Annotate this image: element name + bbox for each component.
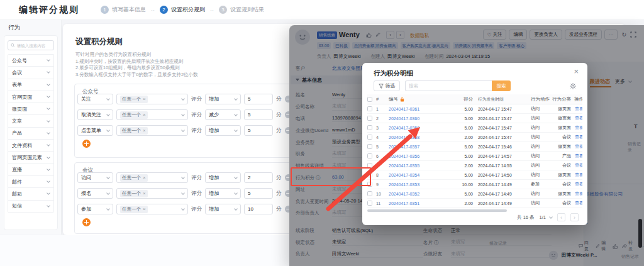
sidebar-category-item[interactable]: 产品 bbox=[8, 128, 53, 140]
action-select[interactable]: 访问 bbox=[77, 172, 113, 183]
target-select[interactable]: 任意一个× bbox=[116, 188, 188, 199]
remove-tag-icon[interactable]: × bbox=[143, 112, 146, 118]
action-select[interactable]: 报名 bbox=[77, 188, 113, 199]
record-id-link[interactable]: 20240417-0354 bbox=[389, 173, 419, 177]
row-checkbox[interactable] bbox=[367, 106, 372, 111]
record-id-link[interactable]: 20240417-0353 bbox=[389, 182, 419, 187]
record-id-link[interactable]: 20240417-0361 bbox=[389, 107, 419, 111]
score-input[interactable]: 5 bbox=[244, 94, 273, 104]
row-checkbox[interactable] bbox=[367, 172, 372, 177]
remove-tag-icon[interactable]: × bbox=[143, 96, 146, 102]
category-label: 官网页面元素 bbox=[12, 154, 42, 161]
close-icon[interactable]: × bbox=[574, 67, 579, 76]
view-link[interactable]: 查看 bbox=[572, 115, 582, 121]
sidebar-category-item[interactable]: 官网页面 bbox=[8, 91, 53, 103]
remove-tag-icon[interactable]: × bbox=[143, 191, 146, 196]
search-button[interactable]: 搜索 bbox=[492, 80, 511, 91]
score-input[interactable]: 5 bbox=[244, 109, 273, 120]
remove-tag-icon[interactable]: × bbox=[143, 175, 146, 180]
target-select[interactable]: 任意一个× bbox=[116, 94, 188, 104]
action-select[interactable]: 取消关注 bbox=[77, 109, 113, 120]
modal-search[interactable] bbox=[405, 80, 492, 91]
row-checkbox[interactable] bbox=[367, 116, 372, 121]
score-input[interactable]: 10 bbox=[244, 204, 273, 214]
operation-select[interactable]: 增加 bbox=[205, 188, 241, 199]
record-id-link[interactable]: 20240417-0359 bbox=[389, 126, 419, 130]
target-select[interactable]: 任意一个× bbox=[116, 172, 188, 183]
score-input[interactable]: 2 bbox=[244, 172, 273, 183]
sidebar-category-item[interactable]: 公众号 bbox=[8, 55, 53, 67]
target-select[interactable]: 任意一个× bbox=[116, 204, 188, 214]
row-checkbox[interactable] bbox=[367, 153, 372, 158]
remove-tag-icon[interactable]: × bbox=[143, 206, 146, 212]
action-select[interactable]: 关注 bbox=[77, 94, 113, 104]
action-select[interactable]: 点击菜单 bbox=[77, 125, 113, 136]
page-select[interactable]: 1/1 bbox=[540, 214, 552, 220]
operation-select[interactable]: 增加 bbox=[205, 172, 241, 183]
horizontal-scrollbar[interactable] bbox=[367, 209, 507, 212]
select-all-checkbox[interactable] bbox=[367, 97, 372, 102]
sidebar-category-item[interactable]: 直播 bbox=[8, 164, 53, 176]
sidebar-search[interactable] bbox=[8, 40, 54, 50]
modal-search-input[interactable] bbox=[409, 83, 489, 89]
filter-button[interactable]: 筛选 bbox=[374, 80, 400, 91]
sidebar-category-item[interactable]: 邮箱 bbox=[8, 188, 53, 200]
view-link[interactable]: 查看 bbox=[572, 191, 582, 197]
sidebar-category-item[interactable]: 短信 bbox=[8, 201, 53, 213]
sidebar-category-item[interactable]: 会议 bbox=[8, 67, 53, 79]
record-id-link[interactable]: 20240417-0357 bbox=[389, 145, 419, 149]
target-select[interactable]: 任意一个× bbox=[116, 109, 188, 120]
row-checkbox[interactable] bbox=[367, 182, 372, 187]
row-checkbox[interactable] bbox=[367, 135, 372, 140]
score-input[interactable]: 5 bbox=[244, 125, 273, 136]
record-id-link[interactable]: 20240417-0355 bbox=[389, 163, 419, 168]
view-link[interactable]: 查看 bbox=[572, 143, 582, 150]
operation-select[interactable]: 增加 bbox=[205, 204, 241, 214]
record-id-link[interactable]: 20240417-0356 bbox=[389, 154, 419, 158]
row-checkbox[interactable] bbox=[367, 144, 372, 149]
record-id-link[interactable]: 20240417-0360 bbox=[389, 116, 419, 121]
view-link[interactable]: 查看 bbox=[572, 106, 582, 112]
wizard-step[interactable]: 1 填写基本信息 ·· bbox=[101, 6, 160, 14]
target-tag: 任意一个× bbox=[120, 111, 148, 119]
operation-select[interactable]: 减少 bbox=[205, 109, 241, 120]
row-checkbox[interactable] bbox=[367, 201, 372, 206]
row-checkbox[interactable] bbox=[367, 163, 372, 168]
row-checkbox[interactable] bbox=[367, 125, 372, 130]
next-page-button[interactable]: › bbox=[570, 213, 579, 221]
sidebar-category-item[interactable]: 文件资料 bbox=[8, 140, 53, 152]
remove-tag-icon[interactable]: × bbox=[143, 128, 146, 133]
sidebar-category-item[interactable]: 表单 bbox=[8, 79, 53, 91]
record-id-link[interactable]: 20240417-0351 bbox=[389, 201, 419, 206]
target-tag: 任意一个× bbox=[120, 127, 148, 135]
category-label: 邮箱 bbox=[12, 191, 22, 197]
record-id-link[interactable]: 20240417-0358 bbox=[389, 135, 419, 140]
wizard-step[interactable]: 3 设置规则结果 ·· bbox=[219, 6, 264, 14]
target-select[interactable]: 任意一个× bbox=[116, 125, 188, 136]
view-link[interactable]: 查看 bbox=[572, 125, 582, 131]
operation-select[interactable]: 增加 bbox=[205, 125, 241, 136]
sidebar-category-item[interactable]: 邮件 bbox=[8, 176, 53, 188]
scrollbar-thumb[interactable] bbox=[638, 219, 642, 248]
action-select[interactable]: 参加 bbox=[77, 204, 113, 214]
view-link[interactable]: 查看 bbox=[572, 200, 582, 206]
add-rule-button[interactable] bbox=[82, 218, 91, 226]
sidebar-search-input[interactable] bbox=[17, 43, 51, 48]
view-link[interactable]: 查看 bbox=[572, 153, 582, 159]
gear-icon[interactable] bbox=[570, 83, 576, 89]
sidebar-category-item[interactable]: 官网页面元素 bbox=[8, 152, 53, 163]
wizard-step[interactable]: 2 设置积分规则 ·· bbox=[160, 6, 219, 14]
prev-page-button[interactable]: ‹ bbox=[557, 213, 565, 221]
view-link[interactable]: 查看 bbox=[572, 162, 582, 169]
view-link[interactable]: 查看 bbox=[572, 172, 582, 178]
view-link[interactable]: 查看 bbox=[572, 181, 582, 187]
sidebar-category-item[interactable]: 文章 bbox=[8, 115, 53, 127]
row-action: 访问 bbox=[531, 134, 552, 140]
operation-select[interactable]: 增加 bbox=[205, 94, 241, 104]
score-input[interactable]: 5 bbox=[244, 188, 273, 199]
sidebar-category-item[interactable]: 微页面 bbox=[8, 103, 53, 115]
record-id-link[interactable]: 20240417-0352 bbox=[389, 192, 419, 196]
row-checkbox[interactable] bbox=[367, 191, 372, 196]
add-rule-button[interactable] bbox=[82, 140, 91, 148]
view-link[interactable]: 查看 bbox=[572, 134, 582, 140]
